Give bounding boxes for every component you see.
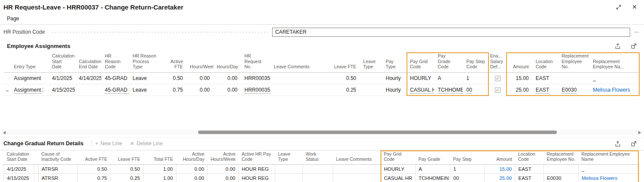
cell[interactable]: 0.25 xyxy=(111,173,143,182)
col-header[interactable]: HR Request No. xyxy=(241,52,270,72)
cell[interactable]: 00 xyxy=(463,84,489,96)
share-button[interactable] xyxy=(615,140,621,147)
cell[interactable]: 45-GRAD RET... xyxy=(101,72,129,84)
cell[interactable]: 4/1/2025 xyxy=(4,164,34,173)
cell[interactable]: 0.25 xyxy=(327,84,360,96)
col-header[interactable]: Hours/Day xyxy=(213,52,241,72)
cell[interactable]: Hourly xyxy=(382,72,407,84)
cell[interactable]: ATRSR xyxy=(39,164,78,173)
cell[interactable] xyxy=(303,164,333,173)
enable-salary-checkbox[interactable]: ✓ xyxy=(495,76,501,81)
cell[interactable]: 45-GRAD RET... xyxy=(101,84,129,96)
cell[interactable]: 1 xyxy=(463,72,489,84)
cell[interactable]: HOUR REG xyxy=(239,164,275,173)
cell[interactable]: Assignment xyxy=(10,72,49,84)
cell[interactable]: Leave xyxy=(129,72,161,84)
cell[interactable]: ✓ xyxy=(489,84,506,96)
cell[interactable]: 15.00 xyxy=(506,72,532,84)
col-header[interactable]: Active Hours/Day xyxy=(176,150,208,165)
cell[interactable]: 0.00 xyxy=(186,84,213,96)
cell[interactable]: 00 xyxy=(450,173,485,182)
cell[interactable] xyxy=(275,173,303,182)
cell[interactable] xyxy=(360,72,382,84)
col-header[interactable]: Total FTE xyxy=(143,150,176,165)
cell[interactable]: 0.00 xyxy=(176,164,208,173)
replacement-employee-link[interactable]: Melissa Flowers xyxy=(593,87,630,93)
col-header[interactable]: Pay Grid Code xyxy=(381,150,416,165)
col-header[interactable]: Active FTE xyxy=(161,52,186,72)
col-header[interactable]: Replacement Employee No. xyxy=(558,52,589,72)
col-header[interactable]: Ena... Salary Def... xyxy=(489,52,506,72)
cell[interactable]: ATRSR xyxy=(39,173,78,182)
cell[interactable]: 25.00 xyxy=(485,173,515,182)
cell[interactable]: _ xyxy=(579,164,639,173)
cell[interactable]: 4/14/2025 xyxy=(75,72,101,84)
col-header[interactable]: Hours/Week xyxy=(186,52,213,72)
cell[interactable]: A xyxy=(416,164,450,173)
col-header[interactable]: Pay Step xyxy=(450,150,485,165)
row-gutter[interactable] xyxy=(3,72,10,84)
cell[interactable]: E0030 xyxy=(544,173,579,182)
col-header[interactable]: Pay Grid Code xyxy=(407,52,434,72)
cell[interactable] xyxy=(333,164,381,173)
cell[interactable] xyxy=(303,173,333,182)
delete-line-button[interactable]: ✕ Delete Line xyxy=(130,140,163,147)
cell[interactable]: Leave xyxy=(129,84,161,96)
col-header[interactable]: Pay Grade xyxy=(416,150,450,165)
cell[interactable]: 1.00 xyxy=(143,173,176,182)
cell[interactable]: TCHHOMEIN xyxy=(434,84,463,96)
cell[interactable] xyxy=(544,164,579,173)
col-header[interactable]: Leave FTE xyxy=(327,52,360,72)
focus-mode-button[interactable] xyxy=(616,4,621,10)
cell[interactable]: 4/1/2025 xyxy=(49,72,75,84)
col-header[interactable]: Replacement Employee Na... xyxy=(589,52,640,72)
cell[interactable]: 0.00 xyxy=(213,72,241,84)
cell[interactable]: Melissa Flowers xyxy=(579,173,639,182)
col-header[interactable]: HR Reason Process Type xyxy=(129,52,161,72)
cell[interactable]: 0.00 xyxy=(208,164,239,173)
scroll-right-arrow[interactable] xyxy=(638,131,641,134)
col-header[interactable]: Calculation Start Date xyxy=(4,150,34,165)
horizontal-scrollbar[interactable] xyxy=(1,130,643,135)
scroll-left-arrow[interactable] xyxy=(3,131,6,134)
cell[interactable]: EAST xyxy=(532,84,558,96)
col-header[interactable]: Active FTE xyxy=(78,150,111,165)
cell[interactable]: 0.50 xyxy=(111,164,143,173)
cell[interactable]: EAST xyxy=(515,173,544,182)
cell[interactable]: EAST xyxy=(532,72,558,84)
cell[interactable]: 15.00 xyxy=(485,164,515,173)
share-button[interactable] xyxy=(615,43,621,49)
enable-salary-checkbox[interactable]: ✓ xyxy=(495,87,501,93)
open-in-new-button[interactable] xyxy=(631,43,637,49)
cell[interactable]: HOURLY xyxy=(407,72,434,84)
col-header[interactable]: Active Hours/Week xyxy=(208,150,239,165)
col-header[interactable]: Amount xyxy=(506,52,532,72)
cell[interactable]: 0.00 xyxy=(176,173,208,182)
cell[interactable] xyxy=(270,72,327,84)
hr-position-code-input[interactable] xyxy=(272,28,630,37)
cell[interactable]: 0.50 xyxy=(78,164,111,173)
col-header[interactable]: Amount xyxy=(485,150,515,165)
cell[interactable]: 0.00 xyxy=(186,72,213,84)
cell[interactable]: 1.00 xyxy=(143,164,176,173)
col-header[interactable]: Pay Grade Code xyxy=(434,52,463,72)
cell[interactable]: 0.75 xyxy=(161,84,186,96)
menu-page[interactable]: Page xyxy=(3,15,23,22)
cell[interactable]: 0.00 xyxy=(213,84,241,96)
col-header[interactable]: Calculation End Date xyxy=(75,52,101,72)
cell[interactable]: HOUR REG xyxy=(239,173,275,182)
cell[interactable]: 4/15/2025 xyxy=(49,84,75,96)
open-in-new-button[interactable] xyxy=(631,140,637,147)
col-header[interactable]: Leave FTE xyxy=(111,150,143,165)
cell[interactable]: CASUAL HR xyxy=(381,173,416,182)
col-header[interactable]: Leave Type xyxy=(360,52,382,72)
col-header[interactable]: Location Code xyxy=(532,52,558,72)
col-header[interactable]: Work Status xyxy=(303,150,333,165)
cell[interactable]: ✓ xyxy=(489,72,506,84)
cell[interactable]: ⋮ Assignment xyxy=(10,84,49,96)
col-header[interactable]: Pay Type xyxy=(382,52,407,72)
col-header[interactable]: Pay Step Code xyxy=(463,52,489,72)
col-header[interactable]: Leave Type xyxy=(275,150,303,165)
col-header[interactable]: Entry Type xyxy=(10,52,49,72)
cell[interactable]: 25.00 xyxy=(506,84,532,96)
